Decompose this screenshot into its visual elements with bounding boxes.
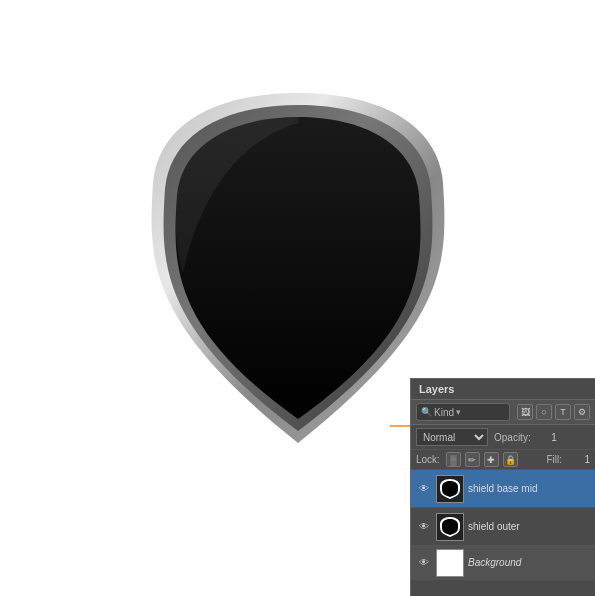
opacity-label: Opacity:: [494, 432, 531, 443]
layer-thumb-background: [436, 549, 464, 577]
lock-label: Lock:: [416, 454, 440, 465]
dropdown-arrow-icon: ▾: [456, 407, 461, 417]
layer-item-background[interactable]: 👁 Background: [411, 546, 595, 580]
fill-label: Fill:: [546, 454, 562, 465]
settings-filter-icon[interactable]: ⚙: [574, 404, 590, 420]
blend-mode-select[interactable]: Normal Multiply Screen: [416, 428, 488, 446]
layers-panel: Layers 🔍 Kind ▾ 🖼 ○ T ⚙ Normal Multiply …: [410, 378, 595, 596]
adjust-filter-icon[interactable]: ○: [536, 404, 552, 420]
lock-image-btn[interactable]: ✏: [465, 452, 480, 467]
layer-thumb-shield-base-mid: [436, 475, 464, 503]
kind-search-box[interactable]: 🔍 Kind ▾: [416, 403, 510, 421]
layers-panel-header: Layers: [411, 379, 595, 400]
lock-position-btn[interactable]: ✚: [484, 452, 499, 467]
filter-icons: 🖼 ○ T ⚙: [517, 404, 590, 420]
visibility-icon-shield-base-mid[interactable]: 👁: [416, 481, 432, 497]
visibility-icon-shield-outer[interactable]: 👁: [416, 519, 432, 535]
layer-name-shield-outer: shield outer: [468, 521, 590, 532]
opacity-value: 1: [535, 432, 557, 443]
text-filter-icon[interactable]: T: [555, 404, 571, 420]
layer-name-background: Background: [468, 557, 590, 568]
layer-name-shield-base-mid: shield base mid: [468, 483, 590, 494]
kind-label: Kind: [434, 407, 454, 418]
layers-title: Layers: [419, 383, 454, 395]
fill-value: 1: [568, 454, 590, 465]
blend-opacity-row: Normal Multiply Screen Opacity: 1: [411, 425, 595, 450]
lock-transparent-btn[interactable]: ▒: [446, 452, 461, 467]
search-magnifier-icon: 🔍: [421, 407, 432, 417]
visibility-icon-background[interactable]: 👁: [416, 555, 432, 571]
layers-search-row: 🔍 Kind ▾ 🖼 ○ T ⚙: [411, 400, 595, 425]
lock-fill-row: Lock: ▒ ✏ ✚ 🔒 Fill: 1: [411, 450, 595, 470]
lock-all-btn[interactable]: 🔒: [503, 452, 518, 467]
layer-thumb-shield-outer: [436, 513, 464, 541]
layer-item-shield-base-mid[interactable]: 👁 shield base mid: [411, 470, 595, 508]
layer-item-shield-outer[interactable]: 👁 shield outer: [411, 508, 595, 546]
image-filter-icon[interactable]: 🖼: [517, 404, 533, 420]
